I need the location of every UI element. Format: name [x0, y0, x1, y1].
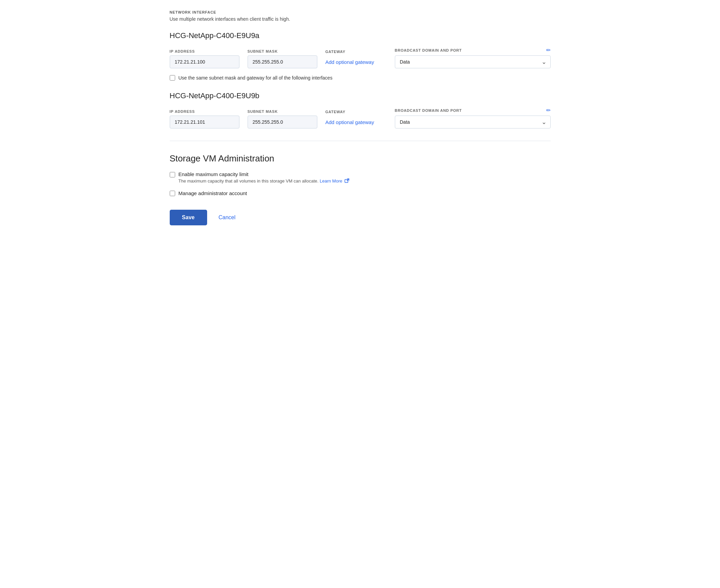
section-header: NETWORK INTERFACE: [170, 10, 551, 14]
manage-account-checkbox[interactable]: [170, 191, 175, 196]
same-subnet-checkbox[interactable]: [170, 75, 175, 81]
interface-a-add-gateway-link[interactable]: Add optional gateway: [325, 56, 387, 68]
interface-b-subnet-input[interactable]: [248, 116, 317, 128]
manage-account-row: Manage administrator account: [170, 190, 551, 196]
capacity-subtitle-text: The maximum capacity that all volumes in…: [179, 178, 319, 184]
interface-a-edit-icon[interactable]: ✏: [546, 47, 551, 53]
interface-block-a: HCG-NetApp-C400-E9U9a IP ADDRESS SUBNET …: [170, 31, 551, 81]
section-divider: [170, 141, 551, 141]
action-row: Save Cancel: [170, 210, 551, 225]
interface-b-ip-label: IP ADDRESS: [170, 109, 239, 114]
interface-a-title: HCG-NetApp-C400-E9U9a: [170, 31, 551, 40]
capacity-limit-checkbox[interactable]: [170, 172, 175, 177]
interface-b-broadcast-select-wrapper: Data Management ⌄: [395, 116, 551, 128]
interface-a-subnet-input[interactable]: [248, 55, 317, 68]
external-link-icon: [345, 178, 349, 184]
interface-b-gateway-group: GATEWAY Add optional gateway: [325, 110, 387, 128]
interface-a-broadcast-label-row: BROADCAST DOMAIN AND PORT ✏: [395, 47, 551, 53]
interface-b-ip-input[interactable]: [170, 116, 239, 128]
interface-a-broadcast-group: BROADCAST DOMAIN AND PORT ✏ Data Managem…: [395, 47, 551, 68]
interface-a-broadcast-select[interactable]: Data Management: [395, 55, 551, 68]
interface-a-subnet-group: SUBNET MASK: [248, 49, 317, 68]
save-button[interactable]: Save: [170, 210, 207, 225]
page-container: NETWORK INTERFACE Use multiple network i…: [156, 0, 564, 236]
interface-a-subnet-label: SUBNET MASK: [248, 49, 317, 53]
interface-a-gateway-label: GATEWAY: [325, 50, 387, 54]
same-subnet-label: Use the same subnet mask and gateway for…: [179, 75, 333, 81]
interface-block-b: HCG-NetApp-C400-E9U9b IP ADDRESS SUBNET …: [170, 91, 551, 128]
interface-b-fields-row: IP ADDRESS SUBNET MASK GATEWAY Add optio…: [170, 107, 551, 128]
interface-b-edit-icon[interactable]: ✏: [546, 107, 551, 114]
storage-vm-admin-section: Storage VM Administration Enable maximum…: [170, 153, 551, 196]
same-subnet-checkbox-row: Use the same subnet mask and gateway for…: [170, 75, 551, 81]
interface-b-broadcast-label-row: BROADCAST DOMAIN AND PORT ✏: [395, 107, 551, 114]
section-subtitle: Use multiple network interfaces when cli…: [170, 16, 551, 22]
interface-a-ip-label: IP ADDRESS: [170, 49, 239, 53]
interface-b-broadcast-label: BROADCAST DOMAIN AND PORT: [395, 108, 462, 113]
interface-b-gateway-label: GATEWAY: [325, 110, 387, 114]
capacity-limit-subtitle: The maximum capacity that all volumes in…: [179, 178, 350, 184]
cancel-button[interactable]: Cancel: [215, 210, 239, 225]
interface-b-title: HCG-NetApp-C400-E9U9b: [170, 91, 551, 100]
manage-account-label: Manage administrator account: [179, 190, 247, 196]
interface-b-add-gateway-link[interactable]: Add optional gateway: [325, 116, 387, 128]
interface-a-broadcast-label: BROADCAST DOMAIN AND PORT: [395, 48, 462, 52]
network-interface-section: NETWORK INTERFACE Use multiple network i…: [170, 10, 551, 22]
interface-a-fields-row: IP ADDRESS SUBNET MASK GATEWAY Add optio…: [170, 47, 551, 68]
interface-b-subnet-group: SUBNET MASK: [248, 109, 317, 128]
storage-admin-title: Storage VM Administration: [170, 153, 551, 164]
interface-b-subnet-label: SUBNET MASK: [248, 109, 317, 114]
interface-a-ip-group: IP ADDRESS: [170, 49, 239, 68]
capacity-limit-row: Enable maximum capacity limit The maximu…: [170, 171, 551, 184]
capacity-limit-label: Enable maximum capacity limit: [179, 171, 350, 177]
learn-more-link[interactable]: Learn More: [320, 178, 342, 184]
interface-b-broadcast-group: BROADCAST DOMAIN AND PORT ✏ Data Managem…: [395, 107, 551, 128]
interface-a-ip-input[interactable]: [170, 55, 239, 68]
interface-b-ip-group: IP ADDRESS: [170, 109, 239, 128]
interface-b-broadcast-select[interactable]: Data Management: [395, 116, 551, 128]
capacity-limit-text: Enable maximum capacity limit The maximu…: [179, 171, 350, 184]
interface-a-broadcast-select-wrapper: Data Management ⌄: [395, 55, 551, 68]
interface-a-gateway-group: GATEWAY Add optional gateway: [325, 50, 387, 68]
